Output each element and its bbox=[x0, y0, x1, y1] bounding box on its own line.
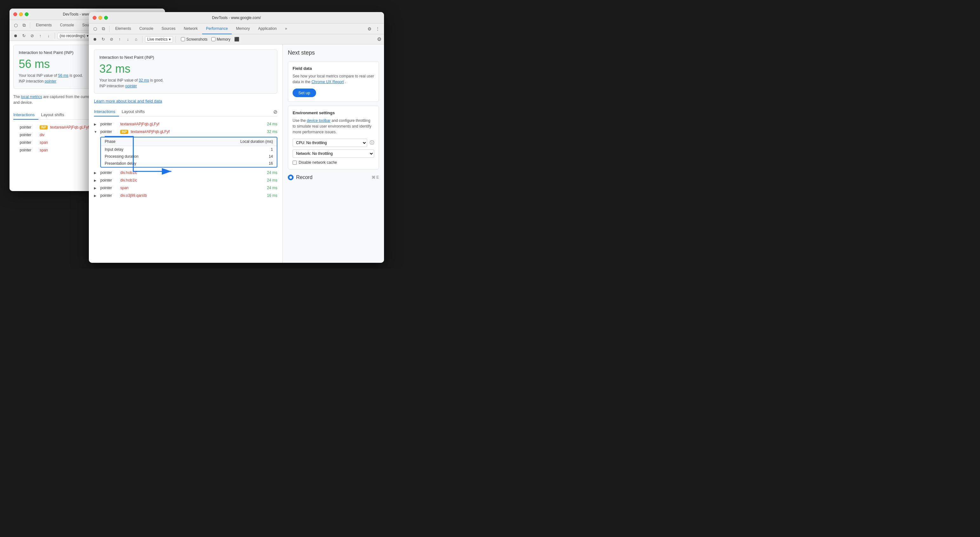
expand-3-front[interactable]: ▶ bbox=[94, 178, 98, 182]
memory-toggle-front[interactable]: Memory bbox=[212, 37, 231, 41]
disable-cache-row-front: Disable network cache bbox=[293, 160, 374, 165]
cpu-info-icon-front[interactable]: ⓘ bbox=[370, 140, 374, 146]
traffic-lights-front bbox=[93, 16, 108, 20]
record-section-front: Record ⌘ E bbox=[288, 175, 379, 180]
stop-btn-front[interactable]: ⊘ bbox=[108, 36, 115, 43]
screenshots-toggle-front[interactable]: Screenshots bbox=[181, 37, 208, 41]
env-settings-title-front: Environment settings bbox=[293, 110, 374, 115]
inp-value-link-front[interactable]: 32 ms bbox=[139, 78, 149, 83]
inp-badge-0-back: INP bbox=[40, 125, 48, 129]
interaction-row-2-front: ▶ pointer div.hob1lc 24 ms bbox=[94, 169, 277, 177]
metrics-panel-front: Interaction to Next Paint (INP) 32 ms Yo… bbox=[89, 45, 282, 263]
close-button-front[interactable] bbox=[93, 16, 97, 20]
devtools-tabs-front: ⬡ ⧉ Elements Console Sources Network Per… bbox=[89, 24, 384, 34]
expand-2-front[interactable]: ▶ bbox=[94, 171, 98, 175]
tab-interactions-back[interactable]: Interactions bbox=[13, 110, 38, 120]
tab-elements-front[interactable]: Elements bbox=[111, 24, 135, 34]
more-icon-front[interactable]: ⋮ bbox=[374, 25, 382, 33]
tab-elements-back[interactable]: Elements bbox=[32, 20, 56, 31]
chrome-ux-link-front[interactable]: Chrome UX Report bbox=[311, 80, 344, 84]
sep1-back bbox=[30, 22, 30, 29]
maximize-button-back[interactable] bbox=[25, 13, 29, 16]
setup-button-front[interactable]: Set up bbox=[293, 89, 316, 97]
next-steps-panel-front: Next steps Field data See how your local… bbox=[282, 45, 384, 263]
cpu-select-front[interactable]: CPU: No throttling bbox=[293, 139, 367, 147]
record-shortcut-front: ⌘ E bbox=[372, 175, 379, 180]
record-button-front[interactable]: Record bbox=[288, 175, 313, 180]
record-btn-back[interactable]: ⏺ bbox=[12, 32, 19, 39]
recordings-dropdown-back[interactable]: (no recordings) ▾ bbox=[57, 33, 91, 39]
stop-btn-back[interactable]: ⊘ bbox=[29, 32, 35, 39]
expand-4-front[interactable]: ▶ bbox=[94, 186, 98, 190]
inp-desc-front: Your local INP value of 32 ms is good. bbox=[99, 78, 272, 83]
upload-btn-front[interactable]: ↑ bbox=[116, 36, 123, 43]
maximize-button-front[interactable] bbox=[104, 16, 108, 20]
home-btn-front[interactable]: ⌂ bbox=[133, 36, 140, 43]
reload-btn-back[interactable]: ↻ bbox=[20, 32, 27, 39]
window-title-front: DevTools - www.google.com/ bbox=[212, 16, 261, 20]
devtools-window-front: DevTools - www.google.com/ ⬡ ⧉ Elements … bbox=[89, 12, 384, 263]
layers-icon-back[interactable]: ⧉ bbox=[20, 22, 28, 29]
cursor-icon-back[interactable]: ⬡ bbox=[12, 22, 20, 29]
interaction-row-5-front: ▶ pointer div.o3j99.qarstb 16 ms bbox=[94, 192, 277, 199]
tab-memory-front[interactable]: Memory bbox=[232, 24, 254, 34]
upload-btn-back[interactable]: ↑ bbox=[37, 32, 44, 39]
field-data-card-front: Field data See how your local metrics co… bbox=[288, 61, 379, 102]
download-btn-back[interactable]: ↓ bbox=[45, 32, 52, 39]
phase-table-front: Phase Local duration (ms) Input delay 1 … bbox=[100, 137, 277, 167]
tab-network-front[interactable]: Network bbox=[180, 24, 202, 34]
device-toolbar-link-front[interactable]: device toolbar bbox=[307, 118, 331, 123]
record-circle-icon-front bbox=[288, 175, 294, 180]
tab-performance-front[interactable]: Performance bbox=[202, 24, 232, 34]
minimize-button-front[interactable] bbox=[99, 16, 102, 20]
expand-0-front[interactable]: ▶ bbox=[94, 123, 98, 126]
inp-interaction-link-front[interactable]: pointer bbox=[126, 84, 137, 88]
tab-application-front[interactable]: Application bbox=[254, 24, 280, 34]
network-select-front[interactable]: Network: No throttling bbox=[293, 150, 374, 158]
expand-5-front[interactable]: ▶ bbox=[94, 194, 98, 198]
local-metrics-link-back[interactable]: local metrics bbox=[21, 95, 42, 99]
settings-icon-front[interactable]: ⚙ bbox=[366, 25, 373, 33]
interaction-row-1-front: ▼ pointer INP textarea#APjFqb.gLFyf 32 m… bbox=[94, 128, 277, 135]
inp-value-front: 32 ms bbox=[99, 62, 272, 75]
tab-layout-back[interactable]: Layout shifts bbox=[41, 110, 68, 120]
disable-cache-checkbox-front[interactable] bbox=[293, 161, 297, 165]
inp-interaction-link-back[interactable]: pointer bbox=[45, 79, 56, 83]
record-btn-front[interactable]: ⏺ bbox=[91, 36, 99, 43]
reload-btn-front[interactable]: ↻ bbox=[100, 36, 107, 43]
phase-row-2-front: Presentation delay 16 bbox=[101, 160, 277, 167]
interaction-row-0-front: ▶ pointer textarea#APjFqb.gLFyf 24 ms bbox=[94, 120, 277, 128]
tab-console-front[interactable]: Console bbox=[135, 24, 157, 34]
learn-more-link-front[interactable]: Learn more about local and field data bbox=[94, 99, 162, 104]
clear-interactions-front[interactable]: ⊘ bbox=[273, 109, 277, 115]
field-data-title-front: Field data bbox=[293, 66, 374, 71]
tab-more-front[interactable]: » bbox=[281, 24, 291, 34]
sep2-back bbox=[54, 33, 55, 39]
tab-layout-front[interactable]: Layout shifts bbox=[121, 107, 148, 116]
cpu-setting-row-front: CPU: No throttling ⓘ bbox=[293, 139, 374, 147]
tab-interactions-front[interactable]: Interactions bbox=[94, 107, 119, 116]
expand-1-front[interactable]: ▼ bbox=[94, 130, 98, 134]
download-btn-front[interactable]: ↓ bbox=[124, 36, 131, 43]
cursor-icon-front[interactable]: ⬡ bbox=[91, 25, 99, 33]
close-button-back[interactable] bbox=[13, 13, 17, 16]
inp-interaction-front: INP interaction pointer bbox=[99, 84, 272, 88]
traffic-lights-back bbox=[13, 13, 29, 16]
screenshots-checkbox-front[interactable] bbox=[181, 37, 185, 41]
inp-title-front: Interaction to Next Paint (INP) bbox=[99, 55, 272, 60]
accessibility-icon-front[interactable]: ⬛ bbox=[234, 37, 239, 41]
phase-row-0-front: Input delay 1 bbox=[101, 146, 277, 153]
minimize-button-back[interactable] bbox=[19, 13, 23, 16]
next-steps-title-front: Next steps bbox=[288, 49, 379, 56]
sep1-front bbox=[109, 26, 110, 32]
memory-checkbox-front[interactable] bbox=[212, 37, 215, 41]
settings-icon-right-front[interactable]: ⚙ bbox=[377, 36, 382, 42]
layers-icon-front[interactable]: ⧉ bbox=[100, 25, 107, 33]
inp-value-link-back[interactable]: 56 ms bbox=[58, 73, 68, 78]
tab-console-back[interactable]: Console bbox=[56, 20, 78, 31]
interactions-tabs-front: Interactions Layout shifts ⊘ bbox=[94, 107, 277, 116]
inp-card-front: Interaction to Next Paint (INP) 32 ms Yo… bbox=[94, 49, 277, 94]
live-metrics-dropdown-front[interactable]: Live metrics ▾ bbox=[145, 36, 173, 43]
sep2-front bbox=[142, 36, 143, 43]
tab-sources-front[interactable]: Sources bbox=[158, 24, 179, 34]
